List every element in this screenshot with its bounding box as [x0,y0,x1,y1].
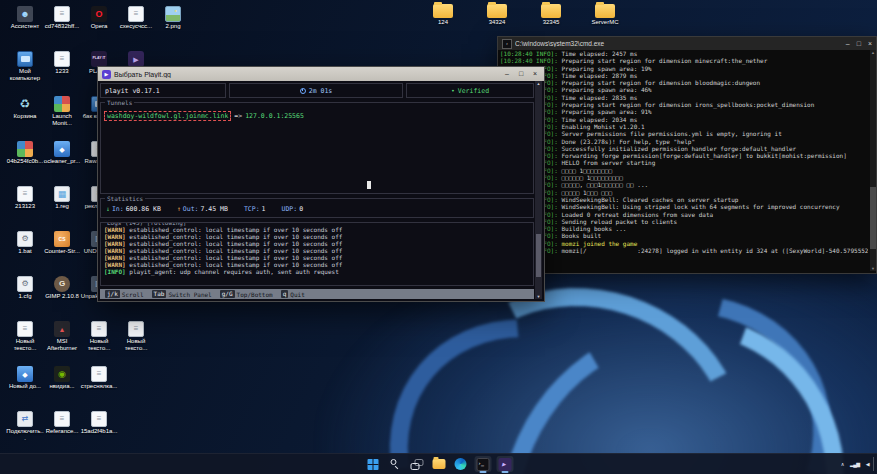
shortcut-key: q [281,290,289,298]
desktop-icon[interactable]: Counter-Str... [43,231,81,255]
log-message: HELLO from server starting [561,159,655,166]
log-message: Preparing start region for dimension blo… [561,79,760,86]
tunnel-address: washdoy-wildfowl.gl.joinmc.link [104,111,231,121]
taskbar-edge-button[interactable] [452,456,469,472]
taskbar-task-view-button[interactable] [408,456,425,472]
desktop-icon[interactable]: Ассистент [6,6,44,30]
statusbar-shortcut[interactable]: TabSwitch Panel [152,290,212,298]
desktop-icon[interactable]: схесусчсс... [117,6,155,30]
desktop-icon[interactable]: 15ad2f4b1a... [80,411,118,435]
taskbar-search-button[interactable] [386,456,403,472]
playit-icon [128,51,144,67]
desktop-icon[interactable]: MSI Afterburner [43,321,81,351]
desktop-icon[interactable]: GIMP 2.10.8 [43,276,81,300]
desktop-icon[interactable]: Новый до... [6,366,44,390]
arrow-up-icon: ↑ [177,205,181,213]
log-message: WindSeekingBell: Using striped lock with… [561,203,839,210]
desktop-icon-label: Launch Monit... [43,113,81,126]
tunnel-row[interactable]: washdoy-wildfowl.gl.joinmc.link => 127.0… [104,111,304,121]
taskbar-file-explorer-button[interactable] [430,456,447,472]
cmd-scrollbar[interactable]: ▲ ▼ [870,50,876,271]
desktop-icon-label: Мой компьютер [6,68,44,81]
cmd-icon: › [502,39,512,49]
cmd-log-line: [10:28:40 INFO]: Time elapsed: 2034 ms [500,116,868,123]
scrollbar-thumb[interactable] [536,234,541,278]
desktop-icon[interactable]: Launch Monit... [43,96,81,126]
taskbar-playit-button[interactable] [496,456,513,472]
statusbar-shortcut[interactable]: g/GTop/Bottom [220,290,273,298]
log-message: □□□□□□ 1□□□□□□□□□ [561,174,622,181]
desktop-icon[interactable]: 1.cfg [6,276,44,300]
network-drive-icon [17,411,33,427]
log-message: Time elapsed: 2835 ms [561,94,637,101]
chevron-up-icon[interactable]: ∧ [841,462,844,467]
scrollbar-thumb[interactable] [870,187,876,249]
desktop-icon[interactable]: 124 [424,4,462,26]
desktop-icon[interactable]: Корзина [6,96,44,120]
playit-verified-box: • Verified [406,83,534,98]
desktop-icon[interactable]: стреснялка... [80,366,118,390]
desktop-icon[interactable]: 34324 [478,4,516,26]
close-button[interactable]: × [528,67,542,81]
stat-value: 1 [262,205,266,213]
desktop-icon[interactable]: 2.png [154,6,192,30]
network-icon[interactable]: ▂▄▆ [850,462,860,467]
logs-panel: Logs (145) [following] [WARN] establishe… [100,222,534,286]
desktop-icon[interactable]: Новый тексто... [80,321,118,351]
desktop-icon-label: схесусчсс... [117,23,155,30]
desktop-icon[interactable]: 32345 [532,4,570,26]
desktop-icon[interactable]: cd74832bff... [43,6,81,30]
taskbar-start-button[interactable] [364,456,381,472]
file-explorer-icon [432,459,445,469]
close-button[interactable]: × [868,40,872,47]
playit-scrollbar[interactable]: ▲ ▼ [535,81,542,299]
desktop-icon-label: 1.reg [43,203,81,210]
taskbar-cmd-button[interactable] [474,456,491,472]
desktop-icon[interactable]: 1.reg [43,186,81,210]
desktop-icon[interactable]: Opera [80,6,118,30]
playit-window: Выбрать Playit.gg – □ × playit v0.17.1 2… [97,66,545,302]
scroll-up-icon[interactable]: ▲ [870,50,876,55]
desktop-icon[interactable]: 1.bat [6,231,44,255]
shortcut-key: j/k [105,290,120,298]
desktop-icon[interactable]: 1233 [43,51,81,75]
clock-icon [300,88,306,94]
gear-file-icon [17,276,33,292]
desktop-icon[interactable]: Подключить... [6,411,44,441]
desktop-icon[interactable]: Referance... [43,411,81,435]
playit-titlebar[interactable]: Выбрать Playit.gg – □ × [98,67,544,81]
desktop-icon[interactable]: ocleaner_pr... [43,141,81,165]
desktop-icon[interactable]: 213123 [6,186,44,210]
desktop-icon-label: ocleaner_pr... [43,158,81,165]
cmd-window: › C:\windows\system32\cmd.exe – □ × [10:… [497,36,877,274]
desktop-icon[interactable]: 04b254fc0b... [6,141,44,165]
desktop-icon[interactable]: Мой компьютер [6,51,44,81]
show-desktop-button[interactable] [873,457,877,471]
minimize-button[interactable]: – [500,67,514,81]
text-file-icon [17,321,33,337]
volume-icon[interactable]: ◀ [866,462,869,467]
scroll-down-icon[interactable]: ▼ [870,266,876,271]
desktop-icon[interactable]: ServerMC [586,4,624,26]
maximize-button[interactable]: □ [857,40,861,47]
desktop-icon[interactable]: нвидиа... [43,366,81,390]
image-icon [165,6,181,22]
desktop-icon[interactable]: Новый тексто... [117,321,155,351]
statusbar-shortcut[interactable]: j/kScroll [105,290,144,298]
scroll-up-icon[interactable]: ▲ [535,81,542,86]
text-file-icon [17,186,33,202]
maximize-button[interactable]: □ [514,67,528,81]
log-level-badge: [WARN] [104,261,126,268]
desktop-icon-label: 32345 [532,19,570,26]
stat-label: In: [112,205,124,213]
cmd-log-line: [10:28:40 INFO]: Time elapsed: 2835 ms [500,94,868,101]
scroll-down-icon[interactable]: ▼ [535,294,542,299]
minimize-button[interactable]: – [846,40,850,47]
statusbar-shortcut[interactable]: qQuit [281,290,305,298]
log-message: Building books ... [561,225,626,232]
log-timestamp: [10:28:40 INFO]: [500,50,561,57]
verified-dot-icon: • [451,87,455,95]
cmd-titlebar[interactable]: › C:\windows\system32\cmd.exe – □ × [498,37,876,50]
cmd-log-line: [10:28:40 INFO]: WindSeekingBell: Using … [500,203,868,210]
desktop-icon[interactable]: Новый тексто... [6,321,44,351]
